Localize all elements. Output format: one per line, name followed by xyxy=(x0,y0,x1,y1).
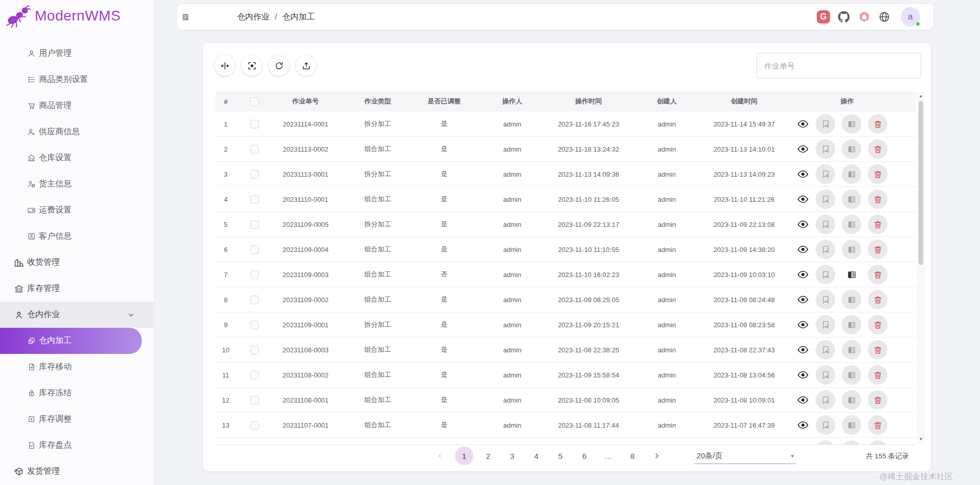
user-avatar[interactable]: a xyxy=(901,7,920,27)
adjust-save-button[interactable] xyxy=(816,265,835,284)
delete-button[interactable] xyxy=(868,164,887,184)
column-adjust-button[interactable] xyxy=(214,55,235,76)
page-button[interactable]: 3 xyxy=(503,447,521,465)
detail-button[interactable] xyxy=(842,265,861,284)
adjust-save-button[interactable] xyxy=(816,164,835,184)
detail-button[interactable] xyxy=(842,240,861,259)
delete-button[interactable] xyxy=(868,265,887,284)
scrollbar-thumb[interactable] xyxy=(919,101,923,265)
view-button[interactable] xyxy=(797,319,809,331)
table-row[interactable]: 1320231107-0001组合加工是admin2023-11-08 11:1… xyxy=(215,413,916,438)
table-row[interactable]: 820231109-0002组合加工是admin2023-11-09 08:25… xyxy=(215,287,916,312)
sidebar-item-freeze[interactable]: 库存冻结 xyxy=(0,380,155,406)
view-button[interactable] xyxy=(797,394,809,406)
adjust-save-button[interactable] xyxy=(816,290,835,309)
language-globe-icon[interactable] xyxy=(878,11,890,23)
scroll-down-icon[interactable]: ▼ xyxy=(918,437,924,442)
page-button[interactable]: 8 xyxy=(623,447,642,465)
delete-button[interactable] xyxy=(868,290,887,309)
adjust-save-button[interactable] xyxy=(816,415,835,435)
sidebar-item-delivery[interactable]: 发货管理 xyxy=(0,458,155,484)
adjust-save-button[interactable] xyxy=(816,139,835,159)
sidebar-item-adjust[interactable]: 库存调整 xyxy=(0,406,155,432)
detail-button[interactable] xyxy=(842,164,861,184)
adjust-save-button[interactable] xyxy=(816,340,835,360)
table-row[interactable]: 1020231108-0003组合加工是admin2023-11-08 22:3… xyxy=(215,338,916,363)
adjust-save-button[interactable] xyxy=(816,315,835,334)
sidebar-item-warehouse[interactable]: 仓库设置 xyxy=(0,145,155,171)
delete-button[interactable] xyxy=(868,365,887,385)
row-checkbox[interactable] xyxy=(250,245,259,254)
adjust-save-button[interactable] xyxy=(816,240,835,259)
row-checkbox[interactable] xyxy=(250,120,259,129)
view-button[interactable] xyxy=(797,268,809,281)
export-button[interactable] xyxy=(296,55,316,76)
delete-button[interactable] xyxy=(868,440,887,445)
sidebar-item-owner[interactable]: 货主信息 xyxy=(0,171,155,197)
row-checkbox[interactable] xyxy=(250,371,259,379)
sidebar-item-cart[interactable]: 商品管理 xyxy=(0,93,155,119)
table-row[interactable]: 720231109-0003组合加工否admin2023-11-10 16:02… xyxy=(215,262,916,287)
view-button[interactable] xyxy=(797,344,809,356)
sidebar-item-receive[interactable]: 收货管理 xyxy=(0,249,155,276)
github-icon[interactable] xyxy=(837,10,851,24)
delete-button[interactable] xyxy=(868,415,887,435)
sidebar-item-move[interactable]: 库存移动 xyxy=(0,354,155,380)
delete-button[interactable] xyxy=(868,315,887,334)
view-button[interactable] xyxy=(797,293,809,306)
table-row[interactable]: 620231109-0004组合加工是admin2023-11-10 11:10… xyxy=(215,237,916,262)
page-doc-icon[interactable] xyxy=(181,13,190,22)
table-row[interactable]: 320231113-0001拆分加工是admin2023-11-13 14:09… xyxy=(215,162,916,187)
fit-view-button[interactable] xyxy=(242,55,262,76)
table-row[interactable]: 520231109-0005拆分加工是admin2023-11-09 22:13… xyxy=(215,212,916,237)
select-all-checkbox[interactable] xyxy=(250,97,259,106)
sidebar-item-inwork[interactable]: 仓内作业 xyxy=(0,302,155,328)
page-size-select[interactable]: 20条/页 ▾ xyxy=(694,449,796,464)
delete-button[interactable] xyxy=(868,240,887,259)
table-row[interactable] xyxy=(215,438,916,445)
row-checkbox[interactable] xyxy=(250,220,259,229)
page-button[interactable]: 4 xyxy=(527,447,546,465)
detail-button[interactable] xyxy=(842,189,861,209)
detail-button[interactable] xyxy=(842,114,861,134)
table-row[interactable]: 1220231108-0001组合加工是admin2023-11-08 10:0… xyxy=(215,388,916,413)
community-icon[interactable] xyxy=(858,10,871,24)
refresh-button[interactable] xyxy=(269,55,289,76)
detail-button[interactable] xyxy=(842,290,861,309)
page-prev-button[interactable] xyxy=(431,447,449,465)
adjust-save-button[interactable] xyxy=(816,365,835,385)
view-button[interactable] xyxy=(797,193,809,205)
row-checkbox[interactable] xyxy=(250,195,259,204)
job-number-search-input[interactable] xyxy=(756,53,921,78)
detail-button[interactable] xyxy=(842,315,861,334)
row-checkbox[interactable] xyxy=(250,396,259,405)
sidebar-item-stock[interactable]: 库存管理 xyxy=(0,276,155,302)
table-row[interactable]: 1120231108-0002组合加工是admin2023-11-09 15:5… xyxy=(215,363,916,388)
row-checkbox[interactable] xyxy=(250,421,259,430)
page-next-button[interactable] xyxy=(647,447,666,465)
detail-button[interactable] xyxy=(842,440,861,445)
detail-button[interactable] xyxy=(842,139,861,159)
table-row[interactable]: 120231114-0001拆分加工是admin2023-11-16 17:45… xyxy=(215,112,916,137)
sidebar-item-processing[interactable]: 仓内加工 xyxy=(0,328,142,354)
detail-button[interactable] xyxy=(842,390,861,410)
scroll-up-icon[interactable]: ▲ xyxy=(918,94,924,99)
detail-button[interactable] xyxy=(842,215,861,234)
sidebar-item-supplier[interactable]: 供应商信息 xyxy=(0,119,155,145)
table-row[interactable]: 920231109-0001拆分加工是admin2023-11-09 20:15… xyxy=(215,312,916,338)
adjust-save-button[interactable] xyxy=(816,440,835,445)
adjust-save-button[interactable] xyxy=(816,215,835,234)
view-button[interactable] xyxy=(797,118,809,130)
view-button[interactable] xyxy=(797,218,809,230)
adjust-save-button[interactable] xyxy=(816,114,835,134)
row-checkbox[interactable] xyxy=(250,296,259,304)
page-button[interactable]: 1 xyxy=(455,447,473,465)
delete-button[interactable] xyxy=(868,340,887,360)
view-button[interactable] xyxy=(797,168,809,180)
table-scrollbar[interactable]: ▲ ▼ xyxy=(918,92,924,444)
page-button[interactable]: 5 xyxy=(551,447,570,465)
adjust-save-button[interactable] xyxy=(816,390,835,410)
delete-button[interactable] xyxy=(868,114,887,134)
page-button[interactable]: 6 xyxy=(575,447,594,465)
gitee-icon[interactable]: G xyxy=(817,10,830,24)
